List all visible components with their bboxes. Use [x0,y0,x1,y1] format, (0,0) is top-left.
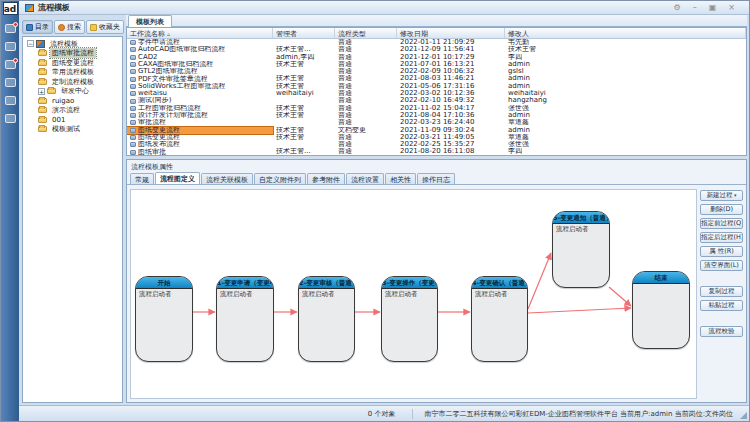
flow-node-title: 5-变更通知（普通） [553,212,609,224]
tree-item[interactable]: 常用流程模板 [23,68,122,78]
table-row[interactable]: GTL2图纸审批流程普通2022-02-09 10:06:32gslsl [127,68,746,75]
workflow-type: 普通 [335,68,397,75]
workflow-name-cell: PDF文件审批签章流程 [127,75,273,82]
table-row[interactable]: CAD2admin,李四普通2021-12-01 10:17:29李四 [127,54,746,61]
tab-自定义附件列[interactable]: 自定义附件列 [254,173,306,184]
collapse-icon[interactable]: − [27,40,34,47]
table-row[interactable]: 图纸发布流程普通2022-02-25 15:35:27张世强 [127,141,746,148]
left-tab-收藏夹[interactable]: 收藏夹 [86,20,124,34]
workflow-type: 普通 [335,75,397,82]
expand-icon[interactable]: + [38,88,45,95]
table-row[interactable]: SolidWorks工程图审批流程技术主管普通2021-05-06 17:31:… [127,83,746,90]
flow-node-start[interactable]: 开始流程启动者 [135,276,193,362]
button-新建过程[interactable]: 新建过程 ▾ [700,190,743,201]
workflow-name: 图纸变更流程 [138,134,180,141]
table-row[interactable]: 测试(同步)普通2022-02-10 16:49:32hangzhang [127,97,746,104]
workflow-icon [130,55,136,60]
button-指定前过程Q[interactable]: 指定前过程(Q) [700,218,743,229]
monitor-icon[interactable] [5,24,16,33]
workflow-modified-date: 2021-11-02 15:04:17 [397,105,505,112]
column-header-5[interactable]: 修改人 [505,28,746,38]
flow-node-step3[interactable]: 3-变更操作（变更者）流程启动者 [381,276,438,362]
tab-流程图定义[interactable]: 流程图定义 [155,172,200,184]
gear-icon[interactable] [5,114,16,123]
resize-grip-icon[interactable] [740,412,747,419]
table-row[interactable]: weitaisuweihaitaiyi普通2022-03-02 10:12:36… [127,90,746,97]
button-指定后过程H[interactable]: 指定后过程(H) [700,232,743,243]
table-row[interactable]: 零件申请流程普通2022-01-11 21:09:29韦先勤 [127,39,746,46]
folder-icon[interactable] [5,42,16,51]
flow-node-title: 1-变更申请（变更申请者） [217,277,273,289]
flow-node-step2[interactable]: 2-变更审核（普通）流程启动者 [298,276,355,362]
pages-icon[interactable] [5,78,16,87]
tab-流程设置[interactable]: 流程设置 [346,173,384,184]
tree-item[interactable]: 模板测试 [23,125,122,135]
table-row[interactable]: 审批流程普通2022-03-23 16:24:40覃道鑫 [127,119,746,126]
tree-item[interactable]: 演示流程 [23,106,122,116]
tree-item[interactable]: 定制流程模板 [23,77,122,87]
workflow-name: CAXA图纸审批归档流程 [138,61,213,68]
tab-参考附件[interactable]: 参考附件 [307,173,345,184]
column-header-3[interactable]: 流程类型 [335,28,397,38]
column-header-4[interactable]: 修改日期 [397,28,505,38]
workflow-name: 审批流程 [138,119,166,126]
button-复制过程[interactable]: 复制过程 [700,286,743,297]
tab-操作日志[interactable]: 操作日志 [417,173,455,184]
tree-item[interactable]: 图纸审批流程 [23,49,122,59]
workflow-icon [130,150,136,155]
table-row[interactable]: 设计开发计划审批流程技术主管普通2021-08-04 17:10:36admin [127,112,746,119]
button-清空界面L[interactable]: 清空界面(L) [700,260,743,271]
table-row[interactable]: 图纸审批技术主管...普通2021-08-20 16:11:08李四 [127,148,746,155]
properties-title: 流程模板属性 [127,160,746,173]
workflow-icon [130,128,136,133]
flow-node-step4[interactable]: 4-变更确认（普通）流程启动者 [471,276,528,362]
column-header-1[interactable]: 工作流名称 ▵ [127,28,273,38]
workflow-name-cell: GTL2图纸审批流程 [127,68,273,75]
flow-node-end[interactable]: 结束 [632,271,690,349]
workflow-modifier: 张世强 [505,105,746,112]
folder-icon [47,88,56,94]
titlebar: 流程模板 ⚙–▣× [19,1,749,15]
table-row[interactable]: AutoCAD图纸审批归档流程技术主管...普通2021-12-09 11:56… [127,46,746,53]
tab-流程关联模板[interactable]: 流程关联模板 [201,173,253,184]
button-粘贴过程[interactable]: 粘贴过程 [700,300,743,311]
tab-常规[interactable]: 常规 [130,173,154,184]
tree-root[interactable]: −流程模板 [23,39,122,49]
organization-icon[interactable] [5,96,16,105]
flow-canvas[interactable]: 开始流程启动者1-变更申请（变更申请者）流程启动者2-变更审核（普通）流程启动者… [130,189,697,399]
table-row[interactable]: 工程图审批归档流程技术主管普通2021-11-02 15:04:17张世强 [127,105,746,112]
settings-icon[interactable]: ⚙ [674,4,681,12]
dropdown-arrow-icon: ▾ [732,192,736,198]
workflow-name-cell: 工程图审批归档流程 [127,105,273,112]
restore-icon[interactable]: ▣ [709,4,717,12]
minimize-icon[interactable]: – [693,4,697,12]
workflow-name-cell: 测试(同步) [127,97,273,104]
workflow-name: weitaisu [138,90,167,97]
workflow-manager: 技术主管 [273,112,335,119]
tree-item[interactable]: 001 [23,115,122,125]
tree-item-label: 演示流程 [50,105,82,115]
properties-panel: 流程模板属性 常规流程图定义流程关联模板自定义附件列参考附件流程设置相关性操作日… [126,159,747,403]
table-row[interactable]: CAXA图纸审批归档流程技术主管普通2021-07-01 16:13:21adm… [127,61,746,68]
flow-node-step5[interactable]: 5-变更通知（普通）流程启动者 [552,211,610,288]
column-header-2[interactable]: 管理者 [273,28,335,38]
workflow-icon [130,77,136,82]
workflow-modified-date: 2022-03-23 16:24:40 [397,119,505,126]
close-icon[interactable]: × [728,4,735,12]
button-属性R[interactable]: 属 性(R) [700,246,743,257]
workflow-name: CAD2 [138,54,158,61]
button-删除D[interactable]: 删除(D) [700,204,743,215]
tab-相关性[interactable]: 相关性 [385,173,416,184]
table-row[interactable]: 图纸变更流程技术主管普通2022-03-21 11:49:05覃道鑫 [127,134,746,141]
left-tab-目录[interactable]: 目录 [22,20,53,34]
tab-template-list[interactable]: 模板列表 [128,15,172,27]
button-流程校验[interactable]: 流程校验 [700,326,743,337]
table-row[interactable]: PDF文件审批签章流程技术主管普通2021-08-03 11:46:21admi… [127,75,746,82]
table-row[interactable]: 图纸变更流程技术主管文档变更2021-11-09 09:30:24admin [127,127,746,134]
flow-node-step1[interactable]: 1-变更申请（变更申请者）流程启动者 [216,276,274,362]
activity-icon[interactable] [5,60,16,69]
left-tab-搜索[interactable]: 搜索 [54,20,85,34]
tree-item[interactable]: +研发中心 [23,87,122,97]
tree-item[interactable]: 图纸变更流程 [23,58,122,68]
tree-item[interactable]: ruigao [23,96,122,106]
